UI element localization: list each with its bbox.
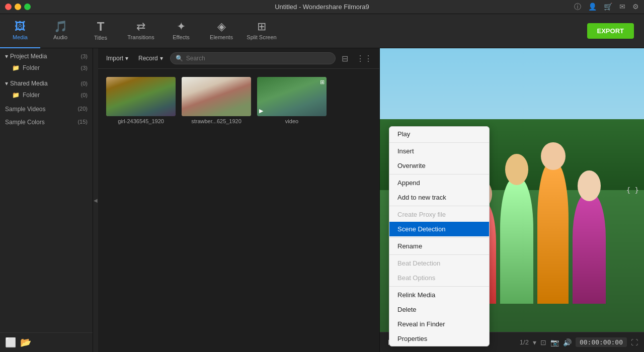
- ctx-add-to-new-track[interactable]: Add to new track: [389, 190, 489, 205]
- folder-icon: 📁: [12, 64, 20, 71]
- import-label: Import: [106, 55, 123, 62]
- filter-icon[interactable]: ⊟: [340, 53, 350, 64]
- ctx-sep-5: [389, 254, 489, 255]
- thumbnail-girl-label: girl-2436545_1920: [106, 118, 176, 124]
- main-toolbar: 🖼 Media 🎵 Audio T Titles ⇄ Transitions ✦…: [0, 14, 644, 48]
- import-button[interactable]: Import ▾: [103, 54, 131, 63]
- thumbnail-girl-img: [106, 77, 176, 116]
- project-media-section: ▾ Project Media (3) 📁 Folder (3): [0, 48, 93, 75]
- tab-split-screen[interactable]: ⊞ Split Screen: [242, 14, 282, 48]
- shared-folder-count: (0): [81, 92, 88, 98]
- shared-media-header[interactable]: ▾ Shared Media (0): [0, 77, 93, 90]
- audio-icon: 🎵: [54, 21, 67, 32]
- fit-to-window-icon[interactable]: ⊡: [540, 338, 546, 346]
- ctx-relink-media[interactable]: Relink Media: [389, 288, 489, 302]
- ctx-delete[interactable]: Delete: [389, 302, 489, 317]
- sample-videos-label: Sample Videos: [5, 106, 46, 113]
- tab-audio[interactable]: 🎵 Audio: [40, 14, 80, 48]
- ctx-reveal-in-finder[interactable]: Reveal in Finder: [389, 317, 489, 331]
- close-button[interactable]: [5, 4, 12, 10]
- sidebar-divider[interactable]: ◀: [93, 48, 98, 352]
- titlebar: Untitled - Wondershare Filmora9 ⓘ 👤 🛒 ✉ …: [0, 0, 644, 14]
- grid-view-icon[interactable]: ⋮⋮: [354, 53, 374, 64]
- shared-media-count: (0): [81, 80, 88, 86]
- audio-icon[interactable]: 🔊: [563, 338, 572, 346]
- collapse-icon: ◀: [94, 198, 98, 203]
- maximize-button[interactable]: [24, 4, 31, 10]
- window-title: Untitled - Wondershare Filmora9: [275, 3, 369, 11]
- ctx-sep-2: [389, 174, 489, 174]
- chevron-down-icon-2: ▾: [5, 80, 8, 87]
- info-icon[interactable]: ⓘ: [574, 3, 581, 12]
- user-icon[interactable]: 👤: [588, 3, 597, 12]
- ctx-sep-3: [389, 206, 489, 206]
- tab-media[interactable]: 🖼 Media: [0, 14, 40, 48]
- new-folder-button[interactable]: ⬜: [5, 337, 16, 348]
- main-content: ▾ Project Media (3) 📁 Folder (3) ▾ Share…: [0, 48, 644, 352]
- search-input-wrapper[interactable]: 🔍: [170, 52, 336, 64]
- ctx-insert[interactable]: Insert: [389, 144, 489, 158]
- export-button[interactable]: EXPORT: [587, 23, 634, 39]
- project-media-label: Project Media: [10, 53, 47, 60]
- shared-media-label: Shared Media: [10, 80, 48, 87]
- cart-icon[interactable]: 🛒: [604, 3, 612, 12]
- minimize-button[interactable]: [15, 4, 21, 10]
- ctx-append[interactable]: Append: [389, 175, 489, 190]
- media-panel: Import ▾ Record ▾ 🔍 ⊟ ⋮⋮ girl-2436545_19…: [98, 48, 380, 352]
- media-grid: girl-2436545_1920 strawber...625_1920 ▶ …: [98, 69, 379, 132]
- snapshot-icon[interactable]: 📷: [550, 338, 559, 346]
- ctx-properties[interactable]: Properties: [389, 331, 489, 346]
- zoom-dropdown-icon[interactable]: ▾: [533, 338, 536, 346]
- effects-icon: ✦: [177, 21, 186, 32]
- ctx-sep-4: [389, 237, 489, 238]
- sample-colors-count: (15): [77, 119, 88, 126]
- shared-media-folder[interactable]: 📁 Folder (0): [0, 90, 93, 101]
- settings-icon[interactable]: ⚙: [632, 3, 639, 12]
- shared-media-section: ▾ Shared Media (0) 📁 Folder (0): [0, 75, 93, 103]
- tab-effects[interactable]: ✦ Effects: [161, 14, 201, 48]
- preview-timecode: 00:00:00:00: [576, 337, 627, 347]
- media-icon: 🖼: [15, 21, 26, 32]
- titles-icon: T: [97, 21, 105, 33]
- import-folder-button[interactable]: 📂: [20, 337, 31, 348]
- tab-transitions[interactable]: ⇄ Transitions: [121, 14, 161, 48]
- record-label: Record: [138, 55, 158, 62]
- ctx-play[interactable]: Play: [389, 127, 489, 141]
- sample-colors-item[interactable]: Sample Colors (15): [0, 116, 93, 129]
- fullscreen-icon[interactable]: ⛶: [631, 338, 638, 346]
- record-button[interactable]: Record ▾: [135, 54, 166, 63]
- ctx-create-proxy: Create Proxy file: [389, 207, 489, 222]
- zoom-label: 1/2: [520, 338, 529, 346]
- media-toolbar: Import ▾ Record ▾ 🔍 ⊟ ⋮⋮: [98, 48, 379, 69]
- preview-time: 1/2 ▾ ⊡ 📷 🔊 00:00:00:00 ⛶: [520, 337, 638, 347]
- thumb-play-icon: ▶: [259, 108, 263, 114]
- project-media-header[interactable]: ▾ Project Media (3): [0, 50, 93, 62]
- project-media-folder[interactable]: 📁 Folder (3): [0, 62, 93, 73]
- tab-titles[interactable]: T Titles: [80, 14, 121, 48]
- context-menu: Play Insert Overwrite Append Add to new …: [389, 126, 490, 346]
- thumbnail-strawberry-label: strawber...625_1920: [182, 118, 251, 124]
- shared-folder-label: Folder: [23, 92, 40, 99]
- tab-elements[interactable]: ◈ Elements: [201, 14, 242, 48]
- media-thumb-girl[interactable]: girl-2436545_1920: [106, 77, 176, 124]
- ctx-sep-1: [389, 142, 489, 143]
- record-chevron-icon: ▾: [160, 55, 163, 62]
- project-folder-label: Folder: [23, 64, 40, 71]
- media-thumb-video[interactable]: ▶ ⊞ video: [257, 77, 327, 124]
- project-folder-count: (3): [81, 65, 88, 71]
- ctx-beat-options: Beat Options: [389, 271, 489, 285]
- thumbnail-video-img: ▶ ⊞: [257, 77, 327, 116]
- transitions-icon: ⇄: [136, 21, 145, 32]
- ctx-rename[interactable]: Rename: [389, 239, 489, 253]
- mail-icon[interactable]: ✉: [619, 3, 625, 12]
- thumb-grid-icon: ⊞: [320, 79, 325, 85]
- media-thumb-strawberry[interactable]: strawber...625_1920: [182, 77, 251, 124]
- tab-effects-label: Effects: [173, 34, 189, 40]
- ctx-scene-detection[interactable]: Scene Detection: [389, 222, 489, 236]
- tab-elements-label: Elements: [210, 34, 233, 40]
- elements-icon: ◈: [217, 21, 226, 32]
- folder-icon-2: 📁: [12, 92, 20, 99]
- sample-videos-item[interactable]: Sample Videos (20): [0, 103, 93, 116]
- ctx-overwrite[interactable]: Overwrite: [389, 158, 489, 173]
- search-input[interactable]: [186, 55, 330, 62]
